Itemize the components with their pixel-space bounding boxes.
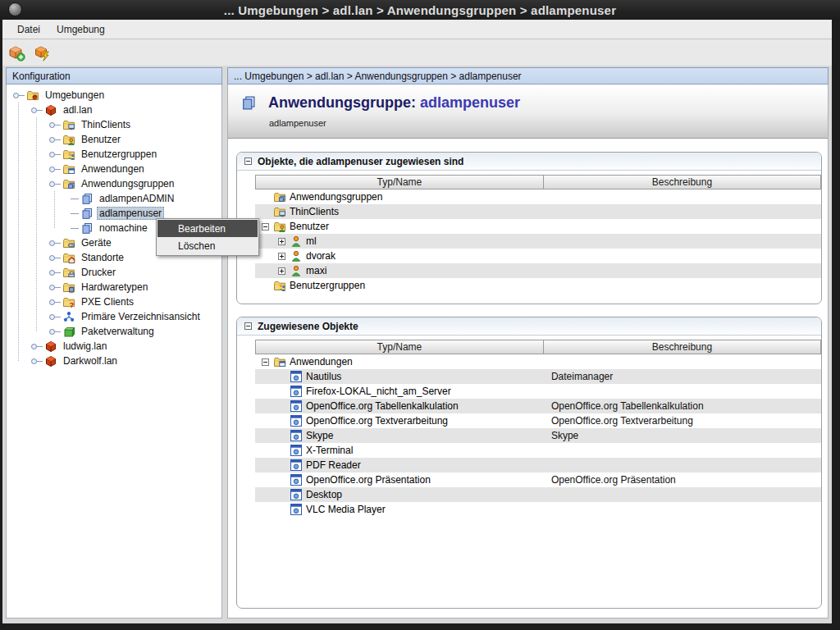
tree-item-thinclients[interactable]: ThinClients xyxy=(7,117,221,132)
context-menu-item-l-schen[interactable]: Löschen xyxy=(158,237,258,254)
collapse-icon[interactable] xyxy=(244,322,252,330)
table-row-pdf-reader[interactable]: PDF Reader xyxy=(255,458,821,472)
tree-item-label: Geräte xyxy=(79,236,114,249)
tree-item-ludwig-lan[interactable]: ludwig.lan xyxy=(7,339,221,354)
tree-item-anwendungen[interactable]: Anwendungen xyxy=(7,162,221,176)
tree-expand-handle[interactable] xyxy=(49,285,62,290)
row-label: maxi xyxy=(306,265,326,276)
table-row-benutzer[interactable]: Benutzer xyxy=(255,219,821,234)
tree-item-label: ThinClients xyxy=(79,118,133,131)
collapse-icon[interactable] xyxy=(262,223,269,231)
context-menu: BearbeitenLöschen xyxy=(156,218,259,256)
tree-expand-handle[interactable] xyxy=(13,93,26,98)
tree-expand-handle[interactable] xyxy=(49,255,62,261)
table-row-benutzergruppen[interactable]: Benutzergruppen xyxy=(255,278,821,293)
tree-item-umgebungen[interactable]: Umgebungen xyxy=(7,88,221,103)
tree-expand-handle[interactable] xyxy=(49,137,62,143)
table-row-firefox-lokal-nicht-am-server[interactable]: Firefox-LOKAL_nicht_am_Server xyxy=(255,384,821,399)
context-menu-item-bearbeiten[interactable]: Bearbeiten xyxy=(158,220,258,237)
tree-item-darkwolf-lan[interactable]: Darkwolf.lan xyxy=(7,354,221,368)
tree-item-hardwaretypen[interactable]: Hardwaretypen xyxy=(7,280,221,294)
window-titlebar: ... Umgebungen > adl.lan > Anwendungsgru… xyxy=(0,0,840,20)
activate-environment-button[interactable] xyxy=(34,42,55,63)
tree-expand-handle[interactable] xyxy=(49,314,62,320)
row-label: Desktop xyxy=(306,489,342,500)
app-icon xyxy=(290,399,303,413)
cell-typ-name: maxi xyxy=(255,264,544,277)
table-row-nautilus[interactable]: NautilusDateimanager xyxy=(255,369,821,384)
column-header-typ-name[interactable]: Typ/Name xyxy=(256,176,544,189)
column-header-beschreibung[interactable]: Beschreibung xyxy=(544,340,820,354)
section-assigned-to-header[interactable]: Objekte, die adlampenuser zugewiesen sin… xyxy=(237,153,821,171)
window-menu-button[interactable] xyxy=(8,2,22,16)
menu-datei[interactable]: Datei xyxy=(9,21,48,38)
table-row-dvorak[interactable]: dvorak xyxy=(255,249,821,263)
tree-item-pxe-clients[interactable]: ?PXE Clients xyxy=(7,294,221,309)
page-title-value: adlampenuser xyxy=(420,94,520,111)
tree-expand-handle[interactable] xyxy=(49,167,62,172)
expand-icon[interactable] xyxy=(278,238,285,245)
app-icon xyxy=(290,370,303,383)
tree-expand-handle[interactable] xyxy=(49,299,62,305)
tree-item-paketverwaltung[interactable]: Paketverwaltung xyxy=(7,324,221,339)
tree-expand-handle[interactable] xyxy=(49,181,62,187)
section-assigned-to: Objekte, die adlampenuser zugewiesen sin… xyxy=(236,152,822,304)
tree-expand-handle[interactable] xyxy=(31,107,44,113)
folder-apps-icon xyxy=(62,162,75,176)
tree-expand-handle[interactable] xyxy=(49,270,62,276)
detail-header: Anwendungsgruppe: adlampenuser adlampenu… xyxy=(228,84,828,139)
cube-flash-icon xyxy=(34,44,52,62)
cell-typ-name: Anwendungsgruppen xyxy=(255,190,544,203)
table-row-desktop[interactable]: Desktop xyxy=(255,487,821,502)
collapse-icon[interactable] xyxy=(244,158,252,165)
app-icon xyxy=(290,503,303,516)
column-header-beschreibung[interactable]: Beschreibung xyxy=(544,176,820,189)
section-assigned-objects-header[interactable]: Zugewiesene Objekte xyxy=(237,317,821,336)
row-label: Anwendungsgruppen xyxy=(290,191,382,203)
tree-item-adl-lan[interactable]: adl.lan xyxy=(7,103,221,117)
table-row-vlc-media-player[interactable]: VLC Media Player xyxy=(255,502,821,517)
folder-devices-icon xyxy=(62,236,75,249)
folder-apps-icon xyxy=(273,355,286,368)
tree-item-adlampenadmin[interactable]: adlampenADMIN xyxy=(7,191,221,206)
cell-beschreibung: OpenOffice.org Tabellenkalkulation xyxy=(544,400,821,412)
menu-umgebung[interactable]: Umgebung xyxy=(48,21,113,38)
menu-bar: DateiUmgebung xyxy=(2,20,832,39)
table-row-skype[interactable]: SkypeSkype xyxy=(255,428,821,443)
tree-item-anwendungsgruppen[interactable]: Anwendungsgruppen xyxy=(7,176,221,191)
cell-typ-name: Benutzergruppen xyxy=(255,279,544,292)
table-row-openoffice-org-textverarbeitung[interactable]: OpenOffice.org TextverarbeitungOpenOffic… xyxy=(255,413,821,428)
tree-item-benutzer[interactable]: Benutzer xyxy=(7,132,221,147)
tree-expand-handle[interactable] xyxy=(49,240,62,246)
table-row-maxi[interactable]: maxi xyxy=(255,263,821,278)
table-row-anwendungen[interactable]: Anwendungen xyxy=(255,354,821,369)
tree-expand-handle[interactable] xyxy=(49,329,62,335)
tree-item-label: Anwendungen xyxy=(79,162,147,176)
section-title: Zugewiesene Objekte xyxy=(258,321,358,332)
tree-item-benutzergruppen[interactable]: Benutzergruppen xyxy=(7,147,221,162)
expand-icon[interactable] xyxy=(278,253,285,260)
folder-printers-icon xyxy=(62,266,75,279)
table-row-ml[interactable]: ml xyxy=(255,234,821,249)
table-row-openoffice-org-pr-sentation[interactable]: OpenOffice.org PräsentationOpenOffice.or… xyxy=(255,472,821,487)
tree-item-drucker[interactable]: Drucker xyxy=(7,265,221,280)
table-row-openoffice-org-tabellenkalkulation[interactable]: OpenOffice.org TabellenkalkulationOpenOf… xyxy=(255,399,821,413)
column-header-typ-name[interactable]: Typ/Name xyxy=(256,340,544,354)
collapse-icon[interactable] xyxy=(262,358,269,366)
cell-typ-name: Skype xyxy=(255,429,544,442)
tree-expand-handle[interactable] xyxy=(31,344,44,349)
table-row-x-terminal[interactable]: X-Terminal xyxy=(255,443,821,458)
folder-thinclients-icon xyxy=(273,205,286,218)
tree-expand-handle[interactable] xyxy=(31,358,44,364)
table-row-thinclients[interactable]: ThinClients xyxy=(255,204,821,219)
row-label: Benutzer xyxy=(290,221,329,232)
app-icon xyxy=(290,473,303,486)
table-row-anwendungsgruppen[interactable]: Anwendungsgruppen xyxy=(255,189,821,204)
tree-item-prim-re-verzeichnisansicht[interactable]: Primäre Verzeichnisansicht xyxy=(7,309,221,324)
new-environment-button[interactable] xyxy=(7,42,29,63)
expand-icon[interactable] xyxy=(278,267,285,275)
tree-item-label: Benutzer xyxy=(79,133,123,146)
tree-expand-handle[interactable] xyxy=(49,152,62,158)
tree-expand-handle[interactable] xyxy=(49,122,62,128)
detail-panel: ... Umgebungen > adl.lan > Anwendungsgru… xyxy=(227,67,829,619)
